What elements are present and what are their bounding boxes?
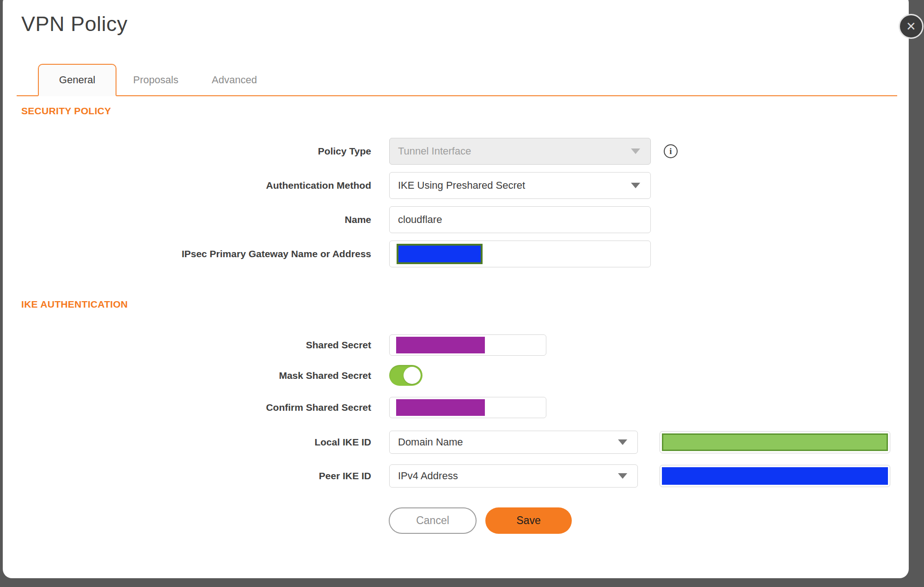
- name-label: Name: [21, 214, 389, 225]
- mask-shared-secret-row: Mask Shared Secret: [21, 365, 890, 386]
- local-ike-id-select[interactable]: Domain Name: [389, 431, 638, 454]
- peer-ike-id-select[interactable]: IPv4 Address: [389, 464, 638, 488]
- policy-type-row: Policy Type Tunnel Interface i: [21, 138, 890, 165]
- local-ike-id-label: Local IKE ID: [21, 437, 389, 448]
- section-heading-security-policy: SECURITY POLICY: [21, 105, 890, 117]
- name-row: Name cloudflare: [21, 206, 890, 233]
- peer-ike-id-label: Peer IKE ID: [21, 470, 389, 482]
- chevron-down-icon: [631, 183, 640, 188]
- chevron-down-icon: [618, 473, 627, 479]
- policy-type-select[interactable]: Tunnel Interface: [389, 138, 651, 165]
- peer-ike-id-input[interactable]: [660, 465, 890, 487]
- dialog-actions: Cancel Save: [389, 507, 890, 534]
- toggle-knob: [404, 367, 421, 384]
- tab-advanced[interactable]: Advanced: [195, 64, 274, 96]
- authentication-method-select[interactable]: IKE Using Preshared Secret: [389, 172, 651, 199]
- save-button[interactable]: Save: [485, 507, 572, 534]
- tab-general-label: General: [59, 74, 95, 86]
- peer-ike-id-redacted-value: [662, 467, 888, 485]
- tab-general[interactable]: General: [38, 64, 116, 96]
- shared-secret-row: Shared Secret: [21, 334, 890, 356]
- tab-proposals-label: Proposals: [133, 74, 178, 86]
- peer-ike-id-row: Peer IKE ID IPv4 Address: [21, 464, 890, 488]
- peer-ike-id-type-value: IPv4 Address: [398, 470, 458, 482]
- tab-bar: General Proposals Advanced: [21, 64, 890, 96]
- confirm-shared-secret-row: Confirm Shared Secret: [21, 397, 890, 418]
- mask-shared-secret-label: Mask Shared Secret: [21, 370, 389, 381]
- local-ike-id-redacted-value: [662, 433, 888, 451]
- cancel-button[interactable]: Cancel: [389, 507, 477, 534]
- shared-secret-label: Shared Secret: [21, 340, 389, 351]
- authentication-method-value: IKE Using Preshared Secret: [398, 179, 525, 192]
- confirm-shared-secret-redacted-value: [396, 399, 485, 416]
- chevron-down-icon: [631, 148, 640, 154]
- tab-proposals[interactable]: Proposals: [116, 64, 195, 96]
- local-ike-id-input[interactable]: [660, 431, 890, 453]
- gateway-input[interactable]: [389, 241, 651, 267]
- policy-type-value: Tunnel Interface: [398, 145, 471, 157]
- gateway-label: IPsec Primary Gateway Name or Address: [21, 248, 389, 260]
- gateway-redacted-value: [397, 244, 483, 264]
- name-value: cloudflare: [398, 214, 442, 226]
- gateway-row: IPsec Primary Gateway Name or Address: [21, 241, 890, 267]
- page-title: VPN Policy: [21, 0, 890, 36]
- mask-shared-secret-toggle[interactable]: [389, 365, 422, 386]
- info-icon[interactable]: i: [664, 144, 678, 158]
- confirm-shared-secret-label: Confirm Shared Secret: [21, 402, 389, 413]
- policy-type-label: Policy Type: [21, 146, 389, 157]
- shared-secret-input[interactable]: [389, 334, 546, 356]
- authentication-method-label: Authentication Method: [21, 180, 389, 191]
- section-heading-ike-authentication: IKE AUTHENTICATION: [21, 299, 890, 311]
- confirm-shared-secret-input[interactable]: [389, 397, 546, 418]
- local-ike-id-type-value: Domain Name: [398, 436, 463, 448]
- authentication-method-row: Authentication Method IKE Using Preshare…: [21, 172, 890, 199]
- vpn-policy-dialog: VPN Policy General Proposals Advanced SE…: [3, 0, 909, 578]
- name-input[interactable]: cloudflare: [389, 206, 651, 233]
- tab-advanced-label: Advanced: [212, 74, 257, 86]
- shared-secret-redacted-value: [396, 337, 485, 353]
- close-icon[interactable]: ✕: [899, 14, 924, 39]
- chevron-down-icon: [618, 439, 627, 445]
- local-ike-id-row: Local IKE ID Domain Name: [21, 431, 890, 454]
